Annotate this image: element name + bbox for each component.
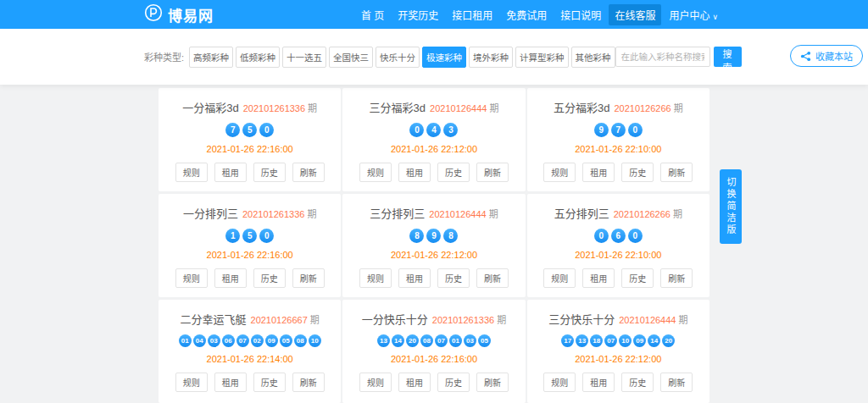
- period-number: 20210126444: [429, 209, 486, 219]
- refresh-button[interactable]: 刷新: [292, 268, 325, 288]
- rules-button[interactable]: 规则: [359, 268, 392, 288]
- lottery-ball: 0: [628, 229, 643, 243]
- logo[interactable]: 博易网: [144, 3, 214, 25]
- nav-item-home[interactable]: 首 页: [355, 4, 390, 25]
- search-input[interactable]: [615, 47, 710, 67]
- lottery-ball: 04: [193, 334, 206, 347]
- refresh-button[interactable]: 刷新: [660, 373, 693, 392]
- rules-button[interactable]: 规则: [543, 373, 576, 392]
- rent-button[interactable]: 租用: [582, 373, 615, 392]
- rent-button[interactable]: 租用: [582, 163, 615, 182]
- rules-button[interactable]: 规则: [175, 268, 208, 288]
- filter-button-11x5[interactable]: 十一选五: [282, 47, 326, 68]
- nav-item-user-center[interactable]: 用户中心∨: [663, 4, 724, 25]
- chevron-down-icon: ∨: [712, 13, 718, 21]
- period-suffix: 期: [497, 315, 506, 325]
- card-actions: 规则租用历史刷新: [527, 268, 709, 288]
- card-actions: 规则租用历史刷新: [159, 163, 341, 182]
- lottery-ball: 0: [594, 229, 609, 243]
- nav-item-api-docs[interactable]: 接口说明: [554, 4, 607, 25]
- card-title-row: 三分排列三20210126444期: [342, 205, 525, 221]
- draw-numbers: 970: [527, 123, 709, 137]
- history-button[interactable]: 历史: [253, 268, 286, 288]
- card-actions: 规则租用历史刷新: [527, 163, 709, 182]
- lottery-ball: 05: [280, 334, 292, 347]
- nav-item-free-trial[interactable]: 免费试用: [500, 4, 553, 25]
- rules-button[interactable]: 规则: [175, 373, 208, 392]
- lottery-card: 三分福彩3d20210126444期 043 2021-01-26 22:12:…: [342, 88, 525, 191]
- history-button[interactable]: 历史: [437, 163, 470, 182]
- lottery-ball: 0: [259, 229, 274, 243]
- rent-button[interactable]: 租用: [214, 268, 247, 288]
- card-actions: 规则租用历史刷新: [527, 373, 709, 392]
- filter-button-high-freq[interactable]: 高频彩种: [189, 47, 233, 68]
- draw-time: 2021-01-26 22:12:00: [342, 250, 525, 260]
- filter-button-low-freq[interactable]: 低频彩种: [236, 47, 280, 68]
- history-button[interactable]: 历史: [253, 163, 286, 182]
- rent-button[interactable]: 租用: [398, 373, 431, 392]
- filter-button-computed[interactable]: 计算型彩种: [515, 47, 569, 68]
- rent-button[interactable]: 租用: [398, 268, 431, 288]
- refresh-button[interactable]: 刷新: [292, 373, 325, 392]
- filter-button-overseas[interactable]: 境外彩种: [469, 47, 513, 68]
- nav-item-draw-history[interactable]: 开奖历史: [392, 4, 444, 25]
- draw-time: 2021-01-26 22:16:00: [159, 250, 341, 260]
- rules-button[interactable]: 规则: [543, 163, 576, 182]
- period-number: 20210126266: [614, 209, 670, 219]
- period-number: 20210126266: [614, 103, 670, 113]
- lottery-ball: 18: [590, 334, 603, 347]
- history-button[interactable]: 历史: [621, 163, 654, 182]
- lottery-name: 一分福彩3d: [182, 102, 238, 114]
- rules-button[interactable]: 规则: [543, 268, 576, 288]
- refresh-button[interactable]: 刷新: [476, 268, 509, 288]
- switch-simple-version-tab[interactable]: 切换简洁版: [720, 169, 742, 244]
- rent-button[interactable]: 租用: [582, 268, 615, 288]
- period-suffix: 期: [674, 103, 683, 113]
- lottery-name: 三分快乐十分: [548, 313, 615, 326]
- lottery-ball: 10: [309, 334, 321, 347]
- refresh-button[interactable]: 刷新: [476, 163, 509, 182]
- rent-button[interactable]: 租用: [214, 373, 247, 392]
- bookmark-button[interactable]: 收藏本站: [790, 45, 863, 67]
- lottery-name: 一分排列三: [183, 207, 238, 220]
- history-button[interactable]: 历史: [437, 373, 470, 392]
- rules-button[interactable]: 规则: [359, 373, 392, 392]
- nav-item-online-service[interactable]: 在线客服: [609, 4, 661, 25]
- history-button[interactable]: 历史: [253, 373, 286, 392]
- lottery-ball: 20: [662, 334, 675, 347]
- filter-button-happy-10[interactable]: 快乐十分: [376, 47, 420, 68]
- refresh-button[interactable]: 刷新: [292, 163, 325, 182]
- draw-time: 2021-01-26 22:12:00: [527, 354, 709, 364]
- main-nav: 首 页开奖历史接口租用免费试用接口说明在线客服用户中心∨: [355, 4, 724, 25]
- lottery-ball: 07: [435, 334, 448, 347]
- filter-button-speed[interactable]: 极速彩种: [422, 47, 466, 68]
- period-number: 202101261336: [242, 209, 304, 219]
- card-title-row: 三分快乐十分20210126444期: [527, 311, 709, 327]
- rent-button[interactable]: 租用: [214, 163, 247, 182]
- rules-button[interactable]: 规则: [359, 163, 392, 182]
- history-button[interactable]: 历史: [437, 268, 470, 288]
- history-button[interactable]: 历史: [621, 373, 654, 392]
- refresh-button[interactable]: 刷新: [476, 373, 509, 392]
- draw-numbers: 060: [527, 229, 709, 243]
- rules-button[interactable]: 规则: [175, 163, 208, 182]
- refresh-button[interactable]: 刷新: [660, 268, 693, 288]
- history-button[interactable]: 历史: [621, 268, 654, 288]
- refresh-button[interactable]: 刷新: [660, 163, 693, 182]
- lottery-card: 五分福彩3d20210126266期 970 2021-01-26 22:10:…: [527, 88, 709, 191]
- period-number: 202101261336: [432, 315, 494, 325]
- filter-button-national-k3[interactable]: 全国快三: [329, 47, 373, 68]
- lottery-ball: 07: [604, 334, 617, 347]
- lottery-card: 三分快乐十分20210126444期 1713180710091420 2021…: [527, 300, 709, 403]
- header-inner: 博易网 首 页开奖历史接口租用免费试用接口说明在线客服用户中心∨: [144, 0, 724, 29]
- lottery-name: 二分幸运飞艇: [181, 313, 247, 326]
- rent-button[interactable]: 租用: [398, 163, 431, 182]
- card-title-row: 一分福彩3d202101261336期: [159, 99, 341, 115]
- nav-item-api-rental[interactable]: 接口租用: [446, 4, 498, 25]
- search-button[interactable]: 搜索: [714, 47, 742, 67]
- lottery-ball: 0: [409, 123, 424, 137]
- draw-numbers: 898: [342, 229, 525, 243]
- lottery-content: 一分福彩3d202101261336期 750 2021-01-26 22:16…: [0, 85, 868, 403]
- filter-button-other[interactable]: 其他彩种: [571, 47, 615, 68]
- lottery-ball: 09: [633, 334, 646, 347]
